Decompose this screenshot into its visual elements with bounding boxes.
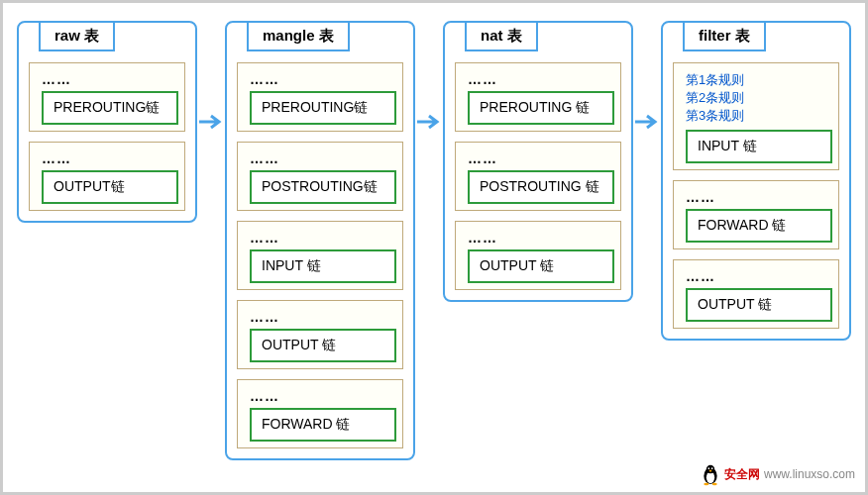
rules-ellipsis: …… (36, 148, 178, 170)
chain-label: FORWARD 链 (250, 408, 396, 442)
arrow-icon (199, 114, 225, 130)
chain-label: OUTPUT 链 (468, 249, 614, 283)
svg-point-6 (712, 483, 717, 486)
chain-forward: …… FORWARD 链 (673, 180, 839, 249)
rules-ellipsis: …… (36, 69, 178, 91)
chain-output: …… OUTPUT 链 (455, 221, 621, 290)
chain-postrouting: …… POSTROUTING链 (237, 142, 403, 211)
chain-output: …… OUTPUT 链 (237, 300, 403, 369)
rules-ellipsis: …… (462, 228, 614, 249)
table-raw: raw 表 …… PREROUTING链 …… OUTPUT链 (17, 21, 197, 223)
rules-ellipsis: …… (244, 307, 396, 329)
table-title: nat 表 (465, 21, 538, 51)
rule-2: 第2条规则 (686, 89, 826, 107)
svg-point-5 (704, 483, 708, 486)
rules-ellipsis: …… (244, 386, 396, 408)
chain-label: PREROUTING链 (42, 91, 178, 125)
rules-ellipsis: …… (462, 69, 614, 91)
rules-ellipsis: …… (462, 148, 614, 170)
watermark-url: www.linuxso.com (764, 467, 855, 481)
chain-label: OUTPUT链 (42, 170, 178, 204)
arrow-icon (417, 114, 443, 130)
penguin-icon (701, 462, 720, 486)
svg-point-3 (707, 467, 709, 469)
svg-point-4 (711, 467, 713, 469)
chain-output: …… OUTPUT 链 (673, 259, 839, 329)
chain-output: …… OUTPUT链 (29, 142, 185, 211)
chain-label: PREROUTING链 (250, 91, 396, 125)
chain-forward: …… FORWARD 链 (237, 379, 403, 448)
rules-list: 第1条规则 第2条规则 第3条规则 (680, 69, 832, 130)
rules-ellipsis: …… (244, 69, 396, 91)
rules-ellipsis: …… (244, 148, 396, 170)
chain-label: OUTPUT 链 (686, 288, 832, 322)
table-title: raw 表 (39, 21, 115, 51)
chain-label: PREROUTING 链 (468, 91, 614, 125)
chain-postrouting: …… POSTROUTING 链 (455, 142, 621, 211)
chain-label: OUTPUT 链 (250, 329, 396, 362)
chain-prerouting: …… PREROUTING链 (237, 62, 403, 132)
arrow-icon (635, 114, 661, 130)
iptables-diagram: raw 表 …… PREROUTING链 …… OUTPUT链 mangle 表… (3, 3, 865, 478)
rule-1: 第1条规则 (686, 71, 826, 89)
chain-label: INPUT 链 (250, 249, 396, 283)
rules-ellipsis: …… (244, 228, 396, 249)
chain-prerouting: …… PREROUTING链 (29, 62, 185, 132)
rules-ellipsis: …… (680, 187, 832, 209)
chain-input: 第1条规则 第2条规则 第3条规则 INPUT 链 (673, 62, 839, 170)
watermark-site: 安全网 (724, 466, 760, 483)
table-title: mangle 表 (247, 21, 350, 51)
svg-point-1 (706, 472, 714, 484)
chain-label: POSTROUTING 链 (468, 170, 614, 204)
chain-prerouting: …… PREROUTING 链 (455, 62, 621, 132)
chain-label: POSTROUTING链 (250, 170, 396, 204)
chain-label: FORWARD 链 (686, 209, 832, 243)
table-mangle: mangle 表 …… PREROUTING链 …… POSTROUTING链 … (225, 21, 415, 460)
table-filter: filter 表 第1条规则 第2条规则 第3条规则 INPUT 链 …… FO… (661, 21, 851, 341)
rules-ellipsis: …… (680, 266, 832, 288)
chain-input: …… INPUT 链 (237, 221, 403, 290)
rule-3: 第3条规则 (686, 107, 826, 125)
table-nat: nat 表 …… PREROUTING 链 …… POSTROUTING 链 …… (443, 21, 633, 302)
chain-label: INPUT 链 (686, 130, 832, 163)
watermark: 安全网 www.linuxso.com (701, 462, 855, 486)
table-title: filter 表 (683, 21, 766, 51)
